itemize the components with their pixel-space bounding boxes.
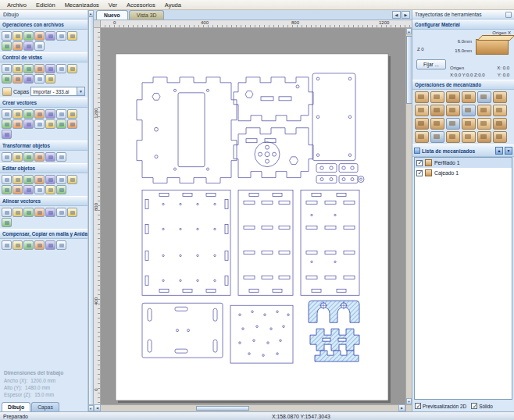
draw-s-curve-icon[interactable] [23,119,34,129]
left-panel-scrollbar[interactable]: ▲ ▼ [87,10,93,411]
ungroup-icon[interactable] [45,185,55,194]
scrollbar-thumb[interactable] [196,406,250,411]
tool-database-icon[interactable] [415,131,429,143]
draw-star-icon[interactable] [45,109,55,119]
toolpath-item-cajeado[interactable]: Cajeado 1 [415,168,512,178]
set-size-icon[interactable] [12,152,23,162]
delete-toolpath-icon[interactable] [493,131,507,143]
fluting-toolpath-icon[interactable] [446,105,460,116]
toolpath-template-icon[interactable] [415,118,429,130]
paste-icon[interactable] [23,41,34,51]
weld-vectors-icon[interactable] [2,185,12,194]
toolpath-item-perfilado[interactable]: Perfilado 1 [415,158,512,168]
node-edit-icon[interactable] [2,175,12,184]
save-file-icon[interactable] [23,31,34,41]
moulding-toolpath-icon[interactable] [430,105,444,116]
dimension-icon[interactable] [67,119,77,129]
tab-capas[interactable]: Capas [31,402,59,411]
copy-along-vector-icon[interactable] [34,240,45,250]
preview-2d-checkbox[interactable] [415,403,421,409]
tab-dibujo[interactable]: Dibujo [2,402,30,411]
material-set-button[interactable]: Fijar ... [416,59,446,69]
new-file-icon[interactable] [2,31,12,41]
nest-parts-icon[interactable] [45,240,55,250]
align-center-icon[interactable] [12,208,23,217]
refresh-view-icon[interactable] [2,74,12,84]
rotate-icon[interactable] [23,152,34,162]
align-left-icon[interactable] [2,208,12,217]
copy-icon[interactable] [12,41,23,51]
toggle-grid-icon[interactable] [45,74,55,84]
drilling-toolpath-icon[interactable] [446,91,460,103]
toolpath-list-up-icon[interactable]: ▲ [495,147,503,155]
laser-cut-icon[interactable] [493,105,507,116]
draw-circle-icon[interactable] [2,109,12,119]
import-vectors-icon[interactable] [34,31,45,41]
zoom-out-icon[interactable] [23,64,34,73]
overlap-vectors-icon[interactable] [23,185,34,194]
layers-icon[interactable] [2,87,12,96]
job-sheet-icon[interactable] [462,118,476,130]
vertical-ruler[interactable]: 1200 800 400 0 [94,28,101,404]
cut-icon[interactable] [2,41,12,51]
toolpath-checkbox[interactable] [416,160,423,166]
tab-nuevo[interactable]: Nuevo [96,10,128,20]
estimate-time-icon[interactable] [430,131,444,143]
undo-icon[interactable] [34,41,45,51]
draw-gear-icon[interactable] [56,109,66,119]
preview-toolpaths-icon[interactable] [477,118,491,130]
zoom-extents-icon[interactable] [34,64,45,73]
scroll-right-icon[interactable]: ▶ [398,404,405,411]
pocket-toolpath-icon[interactable] [430,91,444,103]
menu-edicion[interactable]: Edición [31,1,60,9]
menu-archivo[interactable]: Archivo [2,1,31,9]
array-copy-icon[interactable] [12,240,23,250]
menu-mecanizados[interactable]: Mecanizados [60,1,104,9]
close-vector-icon[interactable] [34,175,45,184]
toolpath-arched-bracket[interactable] [309,301,359,322]
prism-carve-icon[interactable] [415,105,429,116]
drag-knife-icon[interactable] [477,105,491,116]
align-top-icon[interactable] [34,208,45,217]
horizontal-scrollbar[interactable] [101,404,398,411]
quick-engrave-icon[interactable] [462,91,476,103]
menu-accesorios[interactable]: Accesorios [122,1,160,9]
draw-bezier-icon[interactable] [2,119,12,129]
zoom-in-icon[interactable] [12,64,23,73]
layers-dropdown[interactable]: Importar - 333.ai ▼ [30,87,85,96]
solid-checkbox[interactable] [471,403,477,409]
draw-ellipse-icon[interactable] [12,109,23,119]
tile-vectors-icon[interactable] [56,240,66,250]
space-evenly-icon[interactable] [2,218,12,227]
toggle-guides-icon[interactable] [23,74,34,84]
measure-icon[interactable] [12,175,23,184]
scroll-up-icon[interactable]: ▲ [88,10,94,16]
horizontal-ruler[interactable]: 0 400 800 1200 [101,20,412,28]
transform-toolpath-icon[interactable] [462,131,476,143]
distort-icon[interactable] [45,152,55,162]
previous-zoom-icon[interactable] [67,64,77,73]
draw-text-icon[interactable] [34,119,45,129]
merge-toolpaths-icon[interactable] [430,118,444,130]
align-middle-icon[interactable] [45,208,55,217]
pan-view-icon[interactable] [56,64,66,73]
toggle-rulers-icon[interactable] [12,74,23,84]
align-right-icon[interactable] [23,208,34,217]
open-file-icon[interactable] [12,31,23,41]
join-vectors-icon[interactable] [23,175,34,184]
circular-copy-icon[interactable] [23,240,34,250]
scroll-down-icon[interactable]: ▼ [406,398,412,404]
text-spacing-icon[interactable] [56,119,66,129]
draw-rectangle-icon[interactable] [23,109,34,119]
pin-panel-icon[interactable] [505,12,512,18]
save-toolpaths-icon[interactable] [493,118,507,130]
menu-ayuda[interactable]: Ayuda [160,1,186,9]
zoom-window-icon[interactable] [2,64,12,73]
zoom-selection-icon[interactable] [45,64,55,73]
toolpath-tiling-icon[interactable] [446,131,460,143]
trim-vectors-icon[interactable] [45,175,55,184]
group-icon[interactable] [34,185,45,194]
subtract-vectors-icon[interactable] [12,185,23,194]
copy-toolpath-icon[interactable] [477,131,491,143]
align-bottom-icon[interactable] [56,208,66,217]
